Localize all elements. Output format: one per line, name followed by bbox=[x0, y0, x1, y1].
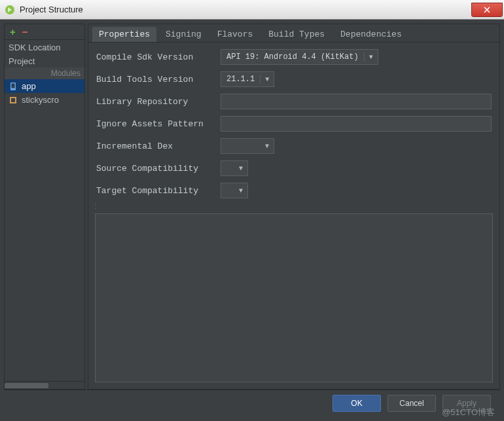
details-panel bbox=[95, 213, 493, 382]
svg-rect-2 bbox=[12, 83, 15, 88]
chevron-down-icon: ▼ bbox=[365, 54, 378, 61]
titlebar: Project Structure bbox=[0, 0, 504, 20]
ok-button[interactable]: OK bbox=[333, 395, 381, 412]
main-panel: Properties Signing Flavors Build Types D… bbox=[88, 24, 500, 390]
sidebar-toolbar: + − bbox=[5, 24, 84, 40]
splitter-grip[interactable]: ⋮ bbox=[88, 201, 92, 210]
client-area: + − SDK Location Project Modules app sti… bbox=[0, 20, 504, 421]
app-icon bbox=[4, 4, 16, 16]
target-compat-combo[interactable]: ▼ bbox=[221, 183, 248, 198]
tab-dependencies[interactable]: Dependencies bbox=[334, 27, 408, 42]
module-label: app bbox=[22, 81, 36, 91]
chevron-down-icon: ▼ bbox=[261, 76, 274, 83]
chevron-down-icon: ▼ bbox=[261, 143, 274, 150]
phone-icon bbox=[9, 82, 18, 91]
label-incremental-dex: Incremental Dex bbox=[96, 141, 221, 151]
sidebar-modules-heading: Modules bbox=[5, 67, 84, 79]
sidebar-section-project[interactable]: Project bbox=[5, 54, 84, 67]
sidebar-module-app[interactable]: app bbox=[5, 79, 84, 93]
label-library-repo: Library Repository bbox=[96, 97, 221, 107]
tab-bar: Properties Signing Flavors Build Types D… bbox=[88, 24, 499, 43]
label-build-tools: Build Tools Version bbox=[96, 75, 221, 84]
ignore-assets-field[interactable] bbox=[221, 116, 492, 132]
window-title: Project Structure bbox=[20, 5, 83, 14]
remove-module-button[interactable]: − bbox=[22, 26, 28, 37]
chevron-down-icon: ▼ bbox=[234, 187, 247, 194]
module-label: stickyscro bbox=[22, 95, 59, 105]
sidebar-section-sdk[interactable]: SDK Location bbox=[5, 40, 84, 54]
tab-signing[interactable]: Signing bbox=[159, 27, 208, 42]
label-compile-sdk: Compile Sdk Version bbox=[96, 52, 221, 62]
sidebar-module-stickyscro[interactable]: stickyscro bbox=[5, 93, 84, 107]
compile-sdk-combo[interactable]: API 19: Android 4.4 (KitKat) ▼ bbox=[221, 49, 378, 65]
label-ignore-assets: Ignore Assets Pattern bbox=[96, 119, 221, 129]
sidebar-scrollbar[interactable] bbox=[5, 381, 84, 389]
sidebar: + − SDK Location Project Modules app sti… bbox=[4, 24, 85, 390]
cancel-button[interactable]: Cancel bbox=[387, 395, 436, 412]
tab-build-types[interactable]: Build Types bbox=[262, 27, 331, 42]
combo-value: API 19: Android 4.4 (KitKat) bbox=[221, 52, 365, 62]
scrollbar-thumb[interactable] bbox=[5, 383, 48, 388]
svg-rect-4 bbox=[11, 98, 15, 102]
chevron-down-icon: ▼ bbox=[234, 165, 247, 172]
source-compat-combo[interactable]: ▼ bbox=[221, 160, 248, 176]
label-source-compat: Source Compatibility bbox=[96, 164, 221, 174]
library-repo-field[interactable] bbox=[221, 94, 492, 109]
watermark: @51CTO博客 bbox=[442, 407, 495, 418]
tab-properties[interactable]: Properties bbox=[92, 27, 156, 42]
label-target-compat: Target Compatibility bbox=[96, 186, 221, 196]
tab-flavors[interactable]: Flavors bbox=[211, 27, 260, 42]
add-module-button[interactable]: + bbox=[10, 26, 16, 37]
window-close-button[interactable] bbox=[471, 3, 503, 17]
properties-form: Compile Sdk Version API 19: Android 4.4 … bbox=[88, 43, 499, 201]
incremental-dex-combo[interactable]: ▼ bbox=[221, 138, 274, 154]
build-tools-combo[interactable]: 21.1.1 ▼ bbox=[221, 71, 274, 87]
dialog-button-row: OK Cancel Apply bbox=[4, 390, 500, 416]
module-icon bbox=[9, 96, 18, 105]
combo-value: 21.1.1 bbox=[221, 75, 261, 84]
